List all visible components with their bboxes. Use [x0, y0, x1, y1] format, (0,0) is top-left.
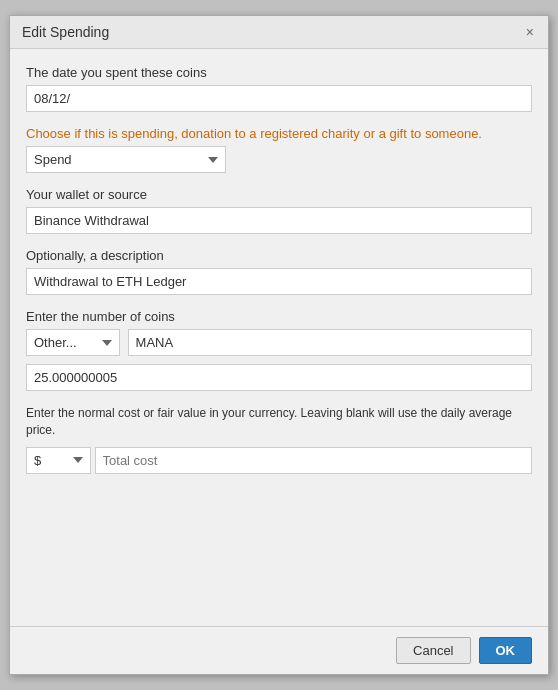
cancel-button[interactable]: Cancel: [396, 637, 470, 664]
close-button[interactable]: ×: [524, 24, 536, 40]
edit-spending-dialog: Edit Spending × The date you spent these…: [9, 15, 549, 675]
date-input[interactable]: [26, 85, 532, 112]
date-label: The date you spent these coins: [26, 65, 532, 80]
cost-row: $ € £ ¥: [26, 447, 532, 474]
coin-symbol-input[interactable]: [128, 329, 532, 356]
cost-info-text: Enter the normal cost or fair value in y…: [26, 405, 532, 439]
currency-select[interactable]: $ € £ ¥: [26, 447, 91, 474]
wallet-label: Your wallet or source: [26, 187, 532, 202]
dialog-footer: Cancel OK: [10, 626, 548, 674]
total-cost-input[interactable]: [95, 447, 532, 474]
ok-button[interactable]: OK: [479, 637, 533, 664]
wallet-input[interactable]: [26, 207, 532, 234]
date-field-group: The date you spent these coins: [26, 65, 532, 112]
coins-field-group: Enter the number of coins Other... Bitco…: [26, 309, 532, 391]
wallet-field-group: Your wallet or source: [26, 187, 532, 234]
type-label: Choose if this is spending, donation to …: [26, 126, 532, 141]
description-field-group: Optionally, a description: [26, 248, 532, 295]
dialog-header: Edit Spending ×: [10, 16, 548, 49]
coins-row: Other... Bitcoin Ethereum: [26, 329, 532, 356]
coins-label: Enter the number of coins: [26, 309, 532, 324]
description-label: Optionally, a description: [26, 248, 532, 263]
cost-field-group: Enter the normal cost or fair value in y…: [26, 405, 532, 474]
coin-type-select[interactable]: Other... Bitcoin Ethereum: [26, 329, 120, 356]
type-select[interactable]: Spend Donation Gift: [26, 146, 226, 173]
dialog-title: Edit Spending: [22, 24, 109, 40]
amount-input[interactable]: [26, 364, 532, 391]
dialog-body: The date you spent these coins Choose if…: [10, 49, 548, 626]
description-input[interactable]: [26, 268, 532, 295]
type-field-group: Choose if this is spending, donation to …: [26, 126, 532, 173]
